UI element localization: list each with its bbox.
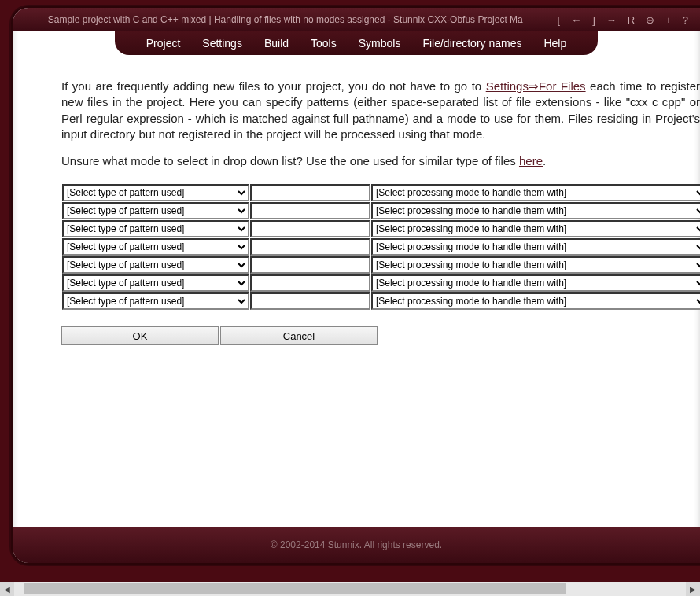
bracket-close-icon[interactable]: ] [590, 14, 598, 26]
processing-mode-select[interactable]: [Select processing mode to handle them w… [371, 274, 700, 292]
pattern-type-select[interactable]: [Select type of pattern used] [62, 256, 249, 274]
rule-row: [Select type of pattern used][Select pro… [62, 220, 700, 237]
button-row: OK Cancel [61, 326, 700, 345]
pattern-type-select[interactable]: [Select type of pattern used] [62, 238, 249, 256]
forward-icon[interactable]: → [604, 14, 619, 26]
menu-build[interactable]: Build [253, 32, 300, 54]
plus-icon[interactable]: + [663, 14, 674, 26]
pattern-input[interactable] [250, 238, 370, 256]
cancel-button[interactable]: Cancel [220, 326, 378, 345]
back-icon[interactable]: ← [569, 14, 584, 26]
app-window: Sample project with C and C++ mixed | Ha… [11, 6, 700, 565]
pattern-type-select[interactable]: [Select type of pattern used] [62, 220, 249, 237]
menu-settings[interactable]: Settings [191, 32, 253, 54]
horizontal-scrollbar[interactable]: ◀ ▶ [0, 582, 700, 596]
scroll-right-icon[interactable]: ▶ [686, 582, 700, 596]
rule-row: [Select type of pattern used][Select pro… [62, 184, 700, 201]
title-bar: Sample project with C and C++ mixed | Ha… [13, 8, 700, 31]
pattern-type-select[interactable]: [Select type of pattern used] [62, 202, 249, 219]
intro-paragraph: If you are frequently adding new files t… [61, 79, 700, 142]
scroll-left-icon[interactable]: ◀ [0, 582, 14, 596]
processing-mode-select[interactable]: [Select processing mode to handle them w… [371, 184, 700, 201]
rule-row: [Select type of pattern used][Select pro… [62, 274, 700, 292]
pattern-input[interactable] [250, 220, 370, 237]
footer: © 2002-2014 Stunnix. All rights reserved… [13, 527, 700, 563]
pattern-type-select[interactable]: [Select type of pattern used] [62, 292, 249, 310]
processing-mode-select[interactable]: [Select processing mode to handle them w… [371, 220, 700, 237]
processing-mode-select[interactable]: [Select processing mode to handle them w… [371, 202, 700, 219]
settings-for-files-link[interactable]: Settings⇒For Files [486, 79, 586, 93]
scroll-track[interactable] [14, 582, 686, 596]
pattern-input[interactable] [250, 184, 370, 201]
menu-project[interactable]: Project [135, 32, 192, 54]
bracket-open-icon[interactable]: [ [555, 14, 563, 26]
menu-symbols[interactable]: Symbols [348, 32, 412, 54]
hint-paragraph: Unsure what mode to select in drop down … [61, 153, 700, 169]
processing-mode-select[interactable]: [Select processing mode to handle them w… [371, 238, 700, 256]
pattern-input[interactable] [250, 202, 370, 219]
processing-mode-select[interactable]: [Select processing mode to handle them w… [371, 292, 700, 310]
pattern-type-select[interactable]: [Select type of pattern used] [62, 274, 249, 292]
menu-filenames[interactable]: File/directory names [411, 32, 532, 54]
window-title: Sample project with C and C++ mixed | Ha… [22, 14, 549, 25]
menu-tools[interactable]: Tools [300, 32, 348, 54]
pattern-input[interactable] [250, 274, 370, 292]
menu-bar: Project Settings Build Tools Symbols Fil… [115, 31, 598, 55]
rule-row: [Select type of pattern used][Select pro… [62, 256, 700, 274]
intro-text-a: If you are frequently adding new files t… [61, 79, 486, 93]
rule-row: [Select type of pattern used][Select pro… [62, 202, 700, 219]
content-area: If you are frequently adding new files t… [13, 55, 700, 361]
rule-row: [Select type of pattern used][Select pro… [62, 238, 700, 256]
ok-button[interactable]: OK [61, 326, 219, 345]
add-circle-icon[interactable]: ⊕ [643, 14, 657, 26]
help-icon[interactable]: ? [680, 14, 691, 26]
rules-table: [Select type of pattern used][Select pro… [61, 183, 700, 311]
menu-help[interactable]: Help [532, 32, 577, 54]
pattern-type-select[interactable]: [Select type of pattern used] [62, 184, 249, 201]
reload-icon[interactable]: R [625, 14, 637, 26]
rule-row: [Select type of pattern used][Select pro… [62, 292, 700, 310]
pattern-input[interactable] [250, 292, 370, 310]
pattern-input[interactable] [250, 256, 370, 274]
copyright: © 2002-2014 Stunnix. All rights reserved… [271, 539, 442, 550]
processing-mode-select[interactable]: [Select processing mode to handle them w… [371, 256, 700, 274]
hint-text-b: . [543, 154, 546, 167]
hint-text-a: Unsure what mode to select in drop down … [61, 154, 519, 167]
scroll-thumb[interactable] [24, 583, 566, 594]
here-link[interactable]: here [519, 154, 543, 167]
